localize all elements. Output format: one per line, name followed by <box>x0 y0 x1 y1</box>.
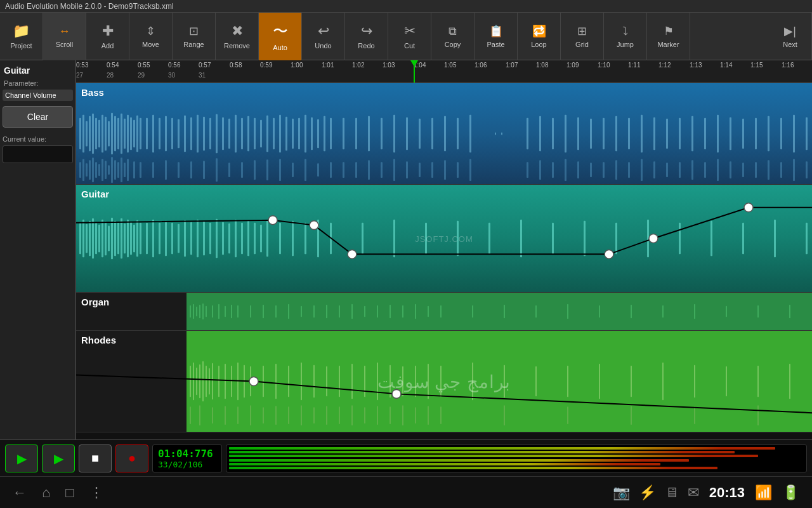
svg-rect-37 <box>254 118 256 150</box>
svg-rect-106 <box>178 162 180 178</box>
timeline-label-18: 1:11 <box>628 62 640 83</box>
cut-label: Cut <box>404 42 415 50</box>
svg-rect-227 <box>288 304 289 319</box>
record-button[interactable]: ● <box>115 444 148 472</box>
svg-rect-4 <box>92 114 94 154</box>
redo-icon: ↪ <box>361 23 372 39</box>
menu-button[interactable]: ⋮ <box>89 485 103 501</box>
sidebar: Guitar Parameter: Channel Volume Clear C… <box>0 60 76 439</box>
scroll-button[interactable]: ↔ Scroll <box>43 13 86 60</box>
guitar-track[interactable]: Guitar <box>76 185 812 293</box>
svg-rect-108 <box>203 161 205 179</box>
svg-rect-244 <box>599 305 600 318</box>
remove-label: Remove <box>224 42 250 50</box>
timeline-label-16: 1:09 <box>566 62 579 83</box>
timeline-label-9: 1:02 <box>352 62 364 83</box>
svg-rect-234 <box>377 305 378 318</box>
organ-track-name: Organ <box>81 297 109 307</box>
svg-rect-17 <box>133 120 135 148</box>
svg-rect-77 <box>704 118 706 150</box>
svg-rect-27 <box>190 117 192 150</box>
svg-rect-98 <box>117 162 119 178</box>
svg-rect-71 <box>628 118 630 150</box>
svg-rect-232 <box>351 304 353 319</box>
timeline-label-6: 0:59 <box>260 62 272 83</box>
current-value-box <box>3 145 73 163</box>
remove-button[interactable]: ✖ Remove <box>216 13 259 60</box>
svg-rect-133 <box>565 159 566 181</box>
svg-rect-62 <box>501 133 502 135</box>
sidebar-channel-volume[interactable]: Channel Volume <box>3 90 73 101</box>
move-button[interactable]: ⇕ Move <box>129 13 173 60</box>
jump-label: Jump <box>617 41 634 48</box>
tracks-container[interactable]: Bass <box>76 83 812 439</box>
svg-rect-241 <box>504 305 505 319</box>
svg-rect-229 <box>313 305 315 318</box>
svg-rect-19 <box>140 118 141 150</box>
svg-rect-59 <box>457 118 459 150</box>
svg-rect-230 <box>326 305 327 319</box>
organ-track[interactable]: Organ <box>76 293 812 331</box>
svg-rect-115 <box>292 163 294 177</box>
svg-rect-47 <box>317 119 319 149</box>
next-button[interactable]: ▶| Next <box>769 13 812 60</box>
auto-point-2 <box>310 221 318 230</box>
timeline-label-13: 1:06 <box>475 62 487 83</box>
redo-button[interactable]: ↪ Redo <box>345 13 388 60</box>
bass-track[interactable]: Bass <box>76 83 812 185</box>
clear-button[interactable]: Clear <box>3 106 73 128</box>
svg-rect-61 <box>495 133 496 135</box>
svg-rect-58 <box>444 116 446 152</box>
home-button[interactable]: ⌂ <box>42 485 50 501</box>
svg-rect-13 <box>121 114 122 154</box>
svg-rect-24 <box>171 118 173 150</box>
svg-rect-43 <box>292 119 294 149</box>
svg-rect-237 <box>415 304 416 319</box>
svg-rect-12 <box>117 118 119 150</box>
grid-button[interactable]: ⊞ Grid <box>561 13 604 60</box>
undo-button[interactable]: ↩ Undo <box>302 13 345 60</box>
svg-rect-69 <box>603 118 605 150</box>
project-button[interactable]: 📁 Project <box>0 13 43 60</box>
paste-button[interactable]: 📋 Paste <box>475 13 518 60</box>
rhodes-track[interactable]: Rhodes <box>76 331 812 432</box>
svg-rect-57 <box>431 118 433 150</box>
auto-button[interactable]: 〜 Auto <box>259 13 302 60</box>
svg-rect-146 <box>730 161 731 178</box>
svg-rect-70 <box>615 116 617 152</box>
stop-button[interactable]: ■ <box>79 444 112 472</box>
recents-button[interactable]: □ <box>65 485 74 501</box>
marker-button[interactable]: ⚑ Marker <box>647 13 690 60</box>
toolbar: 📁 Project ↔ Scroll ✚ Add ⇕ Move ⊡ Range … <box>0 13 812 60</box>
play2-button[interactable]: ▶ <box>42 444 75 472</box>
loop-button[interactable]: 🔁 Loop <box>518 13 561 60</box>
svg-rect-240 <box>472 305 473 318</box>
add-button[interactable]: ✚ Add <box>86 13 129 60</box>
svg-rect-226 <box>275 305 277 318</box>
svg-rect-26 <box>184 116 186 152</box>
svg-rect-117 <box>317 163 319 177</box>
back-button[interactable]: ← <box>13 485 27 501</box>
svg-rect-103 <box>140 162 141 178</box>
svg-rect-39 <box>266 116 268 152</box>
svg-rect-123 <box>393 159 395 181</box>
svg-rect-18 <box>136 116 138 152</box>
auto-point-3 <box>348 250 357 258</box>
svg-rect-231 <box>339 305 340 318</box>
scroll-icon: ↔ <box>59 25 70 38</box>
svg-rect-250 <box>789 305 790 319</box>
timeline-sublabel-2: 29 <box>138 72 145 83</box>
svg-rect-214 <box>193 304 194 319</box>
svg-rect-99 <box>121 157 122 182</box>
svg-rect-33 <box>228 119 230 149</box>
svg-rect-105 <box>165 160 167 180</box>
cut-button[interactable]: ✂ Cut <box>388 13 431 60</box>
svg-rect-116 <box>304 159 306 181</box>
timeline-ruler: 0:53270:54280:55290:56300:57310:580:591:… <box>76 60 812 83</box>
range-button[interactable]: ⊡ Range <box>173 13 216 60</box>
svg-rect-104 <box>152 162 154 178</box>
jump-button[interactable]: ⤵ Jump <box>604 13 647 60</box>
copy-button[interactable]: ⧉ Copy <box>431 13 475 60</box>
svg-rect-225 <box>263 305 264 319</box>
play-button[interactable]: ▶ <box>5 444 38 472</box>
